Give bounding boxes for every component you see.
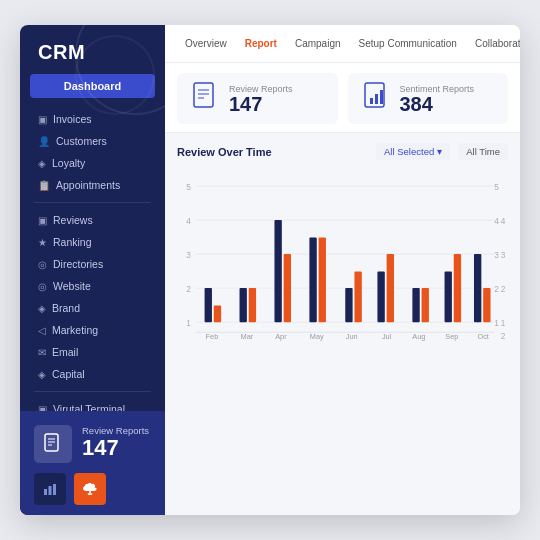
svg-text:Sep: Sep [445, 332, 458, 341]
sidebar: CRM Dashboard ▣ Invoices 👤 Customers ◈ L… [20, 25, 165, 515]
main-window: CRM Dashboard ▣ Invoices 👤 Customers ◈ L… [20, 25, 520, 515]
sidebar-item-reviews[interactable]: ▣ Reviews [20, 209, 165, 231]
svg-text:1: 1 [494, 319, 499, 328]
sidebar-item-directories[interactable]: ◎ Directories [20, 253, 165, 275]
bar-aug-dark [412, 288, 419, 322]
svg-text:5: 5 [186, 183, 191, 192]
svg-text:Mar: Mar [241, 332, 254, 341]
svg-text:Jun: Jun [346, 332, 358, 341]
marketing-icon: ◁ [38, 325, 46, 336]
sidebar-item-brand[interactable]: ◈ Brand [20, 297, 165, 319]
sidebar-bottom-number: 147 [82, 436, 149, 460]
invoices-icon: ▣ [38, 114, 47, 125]
stat-card-sentiment-reports: Sentiment Reports 384 [348, 73, 509, 124]
main-content: Overview Report Campaign Setup Communica… [165, 25, 520, 515]
bar-sep-orange [454, 254, 461, 322]
svg-text:3: 3 [186, 251, 191, 260]
svg-rect-4 [44, 489, 47, 495]
svg-rect-6 [53, 484, 56, 495]
chart-section: Review Over Time All Selected ▾ All Time… [165, 133, 520, 515]
bar-apr-dark [274, 220, 281, 322]
stat-label-review: Review Reports [229, 84, 293, 94]
bar-oct-orange [483, 288, 490, 322]
bar-mar-orange [249, 288, 256, 322]
sidebar-item-website[interactable]: ◎ Website [20, 275, 165, 297]
bar-chart-svg: 5 4 3 2 1 5 4 3 2 1 [177, 166, 508, 356]
directories-icon: ◎ [38, 259, 47, 270]
sidebar-cloud-button[interactable] [74, 473, 106, 505]
review-reports-icon [191, 81, 219, 116]
svg-text:Oct: Oct [477, 332, 488, 341]
deco-circle2 [75, 35, 155, 115]
nav-campaign[interactable]: Campaign [287, 34, 349, 53]
sidebar-bar-chart-button[interactable] [34, 473, 66, 505]
bar-may-dark [309, 238, 316, 323]
reviews-icon: ▣ [38, 215, 47, 226]
bar-feb-dark [205, 288, 212, 322]
svg-text:1: 1 [501, 319, 506, 328]
brand-icon: ◈ [38, 303, 46, 314]
nav-overview[interactable]: Overview [177, 34, 235, 53]
sidebar-item-capital[interactable]: ◈ Capital [20, 363, 165, 385]
appointments-icon: 📋 [38, 180, 50, 191]
svg-text:1: 1 [186, 319, 191, 328]
sidebar-item-marketing[interactable]: ◁ Marketing [20, 319, 165, 341]
stat-card-review-reports: Review Reports 147 [177, 73, 338, 124]
website-icon: ◎ [38, 281, 47, 292]
svg-rect-13 [370, 98, 373, 104]
svg-text:Feb: Feb [206, 332, 219, 341]
sidebar-item-email[interactable]: ✉ Email [20, 341, 165, 363]
sidebar-item-loyalty[interactable]: ◈ Loyalty [20, 152, 165, 174]
bar-may-orange [319, 238, 326, 323]
bar-sep-dark [445, 272, 452, 323]
sidebar-divider-2 [34, 391, 151, 392]
svg-text:4: 4 [494, 217, 499, 226]
bar-jul-orange [387, 254, 394, 322]
nav-collaborators[interactable]: Collaborators [467, 34, 520, 53]
sidebar-divider-1 [34, 202, 151, 203]
chart-filter-time[interactable]: All Time [458, 143, 508, 160]
ranking-icon: ★ [38, 237, 47, 248]
chart-controls: All Selected ▾ All Time [376, 143, 508, 160]
chart-header: Review Over Time All Selected ▾ All Time [177, 143, 508, 160]
sidebar-bottom-doc-icon [34, 425, 72, 463]
svg-rect-14 [375, 94, 378, 104]
svg-text:Aug: Aug [412, 332, 425, 341]
bar-apr-orange [284, 254, 291, 322]
bar-aug-orange [422, 288, 429, 322]
sidebar-item-customers[interactable]: 👤 Customers [20, 130, 165, 152]
sentiment-reports-icon [362, 81, 390, 116]
sidebar-item-appointments[interactable]: 📋 Appointments [20, 174, 165, 196]
stat-label-sentiment: Sentiment Reports [400, 84, 475, 94]
svg-rect-15 [380, 90, 383, 104]
svg-text:5: 5 [494, 183, 499, 192]
chart-title: Review Over Time [177, 146, 272, 158]
svg-text:2: 2 [186, 285, 191, 294]
svg-text:4: 4 [501, 217, 506, 226]
svg-text:2: 2 [501, 285, 506, 294]
svg-rect-5 [49, 486, 52, 495]
stat-number-review: 147 [229, 94, 293, 114]
chart-filter-selected[interactable]: All Selected ▾ [376, 143, 450, 160]
top-navigation: Overview Report Campaign Setup Communica… [165, 25, 520, 63]
bar-jun-dark [345, 288, 352, 322]
nav-report[interactable]: Report [237, 34, 285, 53]
email-icon: ✉ [38, 347, 46, 358]
chevron-down-icon: ▾ [437, 146, 442, 157]
sidebar-item-ranking[interactable]: ★ Ranking [20, 231, 165, 253]
svg-rect-8 [194, 83, 213, 107]
nav-setup-communication[interactable]: Setup Communication [351, 34, 465, 53]
bar-jun-orange [354, 272, 361, 323]
stat-number-sentiment: 384 [400, 94, 475, 114]
svg-text:3: 3 [501, 251, 506, 260]
capital-icon: ◈ [38, 369, 46, 380]
svg-text:2: 2 [494, 285, 499, 294]
sidebar-bottom-card: Review Reports 147 [20, 411, 165, 515]
svg-text:2: 2 [501, 332, 506, 341]
svg-text:4: 4 [186, 217, 191, 226]
svg-text:3: 3 [494, 251, 499, 260]
customers-icon: 👤 [38, 136, 50, 147]
svg-text:Jul: Jul [382, 332, 392, 341]
loyalty-icon: ◈ [38, 158, 46, 169]
bar-oct-dark [474, 254, 481, 322]
